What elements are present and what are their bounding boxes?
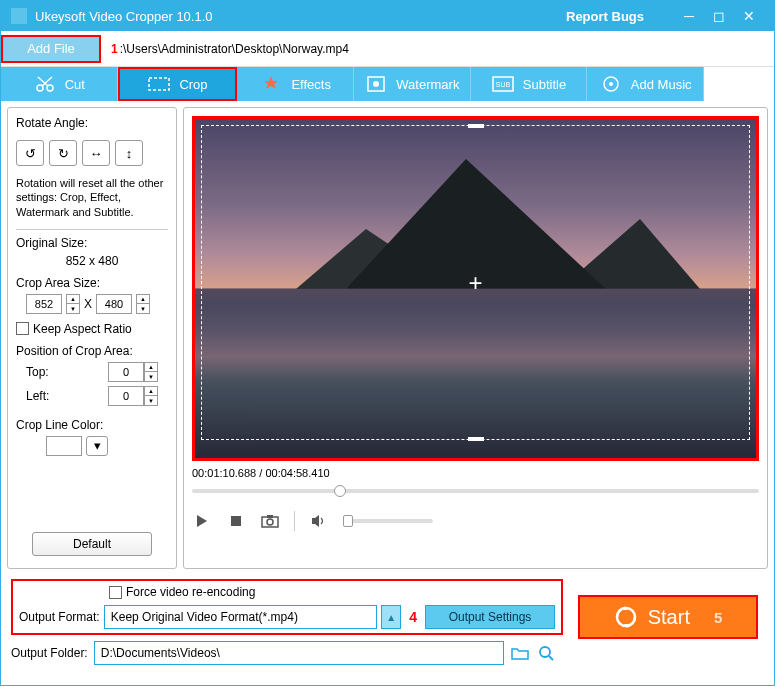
keep-aspect-checkbox[interactable] [16, 322, 29, 335]
playback-time: 00:01:10.688 / 00:04:58.410 [192, 467, 759, 479]
watermark-icon [364, 75, 388, 93]
rotate-cw-button[interactable]: ↻ [49, 140, 77, 166]
output-folder-input[interactable] [94, 641, 504, 665]
svg-rect-15 [267, 515, 273, 518]
video-preview[interactable]: + [192, 116, 759, 461]
left-label: Left: [26, 389, 49, 403]
original-size-value: 852 x 480 [16, 254, 168, 268]
start-icon [614, 605, 638, 629]
svg-rect-4 [149, 78, 169, 90]
report-bugs-link[interactable]: Report Bugs [566, 9, 644, 24]
annotation-4: 4 [409, 609, 417, 625]
crop-height-input[interactable] [96, 294, 132, 314]
snapshot-button[interactable] [260, 511, 280, 531]
volume-thumb[interactable] [343, 515, 353, 527]
svg-text:SUB: SUB [496, 81, 511, 88]
volume-slider[interactable] [343, 519, 433, 523]
svg-rect-12 [231, 516, 241, 526]
crop-position-label: Position of Crop Area: [16, 344, 168, 358]
crop-left-input[interactable] [108, 386, 144, 406]
force-reencode-checkbox[interactable] [109, 586, 122, 599]
output-format-select[interactable]: Keep Original Video Format(*.mp4) [104, 605, 378, 629]
crop-settings-panel: Rotate Angle: ↺ ↻ ↔ ↕ Rotation will rese… [7, 107, 177, 569]
output-format-label: Output Format: [19, 610, 100, 624]
top-label: Top: [26, 365, 49, 379]
annotation-5: 5 [714, 609, 722, 626]
rotate-ccw-button[interactable]: ↺ [16, 140, 44, 166]
annotation-1: 1 [111, 42, 118, 56]
crop-top-spinner[interactable]: ▲▼ [144, 362, 158, 382]
svg-point-14 [267, 519, 273, 525]
crop-width-input[interactable] [26, 294, 62, 314]
tab-cut[interactable]: Cut [1, 67, 118, 101]
svg-marker-11 [197, 515, 207, 527]
tab-effects[interactable]: Effects [237, 67, 354, 101]
crop-line-color-label: Crop Line Color: [16, 418, 168, 432]
minimize-button[interactable]: ─ [674, 8, 704, 24]
crop-handle-bottom[interactable] [468, 437, 484, 441]
play-button[interactable] [192, 511, 212, 531]
flip-vertical-button[interactable]: ↕ [115, 140, 143, 166]
tab-crop[interactable]: Crop [118, 67, 238, 101]
tab-effects-label: Effects [291, 77, 331, 92]
keep-aspect-label: Keep Aspect Ratio [33, 322, 132, 336]
file-path-display: 1 :\Users\Administrator\Desktop\Norway.m… [111, 42, 349, 56]
app-title: Ukeysoft Video Cropper 10.1.0 [35, 9, 566, 24]
svg-point-17 [540, 647, 550, 657]
browse-folder-button[interactable] [510, 643, 530, 663]
crop-center-icon: + [468, 269, 482, 297]
output-section: Force video re-encoding Output Format: K… [11, 579, 563, 635]
seek-thumb[interactable] [334, 485, 346, 497]
file-path-text: :\Users\Administrator\Desktop\Norway.mp4 [120, 42, 349, 56]
output-format-dropdown-button[interactable]: ▲ [381, 605, 401, 629]
crop-handle-top[interactable] [468, 124, 484, 128]
crop-left-spinner[interactable]: ▲▼ [144, 386, 158, 406]
seek-slider[interactable] [192, 485, 759, 497]
crop-width-spinner[interactable]: ▲▼ [66, 294, 80, 314]
tab-subtitle[interactable]: SUB Subtitle [471, 67, 588, 101]
file-toolbar: Add File 1 :\Users\Administrator\Desktop… [1, 31, 774, 67]
svg-marker-16 [312, 515, 319, 527]
crop-line-color-swatch[interactable] [46, 436, 82, 456]
video-preview-panel: + 2 00:01:10.688 / 00:04:58.410 [183, 107, 768, 569]
tab-subtitle-label: Subtitle [523, 77, 566, 92]
crop-height-spinner[interactable]: ▲▼ [136, 294, 150, 314]
tab-add-music[interactable]: Add Music [587, 67, 704, 101]
add-file-button[interactable]: Add File [1, 35, 101, 63]
open-folder-button[interactable] [536, 643, 556, 663]
rotation-note: Rotation will reset all the other settin… [16, 176, 168, 219]
default-button[interactable]: Default [32, 532, 152, 556]
subtitle-icon: SUB [491, 75, 515, 93]
app-icon [11, 8, 27, 24]
output-folder-label: Output Folder: [11, 646, 88, 660]
crop-icon [147, 75, 171, 93]
svg-line-18 [549, 656, 553, 660]
tab-crop-label: Crop [179, 77, 207, 92]
cut-icon [33, 75, 57, 93]
crop-frame-overlay[interactable]: + [201, 125, 750, 440]
tool-tabs: Cut Crop Effects Watermark SUB Subtitle … [1, 67, 774, 101]
tab-watermark-label: Watermark [396, 77, 459, 92]
titlebar: Ukeysoft Video Cropper 10.1.0 Report Bug… [1, 1, 774, 31]
start-label: Start [648, 606, 690, 629]
output-format-value: Keep Original Video Format(*.mp4) [111, 610, 298, 624]
music-icon [599, 75, 623, 93]
volume-icon[interactable] [309, 511, 329, 531]
output-settings-button[interactable]: Output Settings [425, 605, 555, 629]
flip-horizontal-button[interactable]: ↔ [82, 140, 110, 166]
divider [294, 511, 295, 531]
tab-cut-label: Cut [65, 77, 85, 92]
svg-point-10 [609, 82, 613, 86]
start-button[interactable]: Start 5 [578, 595, 758, 639]
maximize-button[interactable]: ◻ [704, 8, 734, 24]
crop-line-color-dropdown[interactable]: ▾ [86, 436, 108, 456]
tab-watermark[interactable]: Watermark [354, 67, 471, 101]
crop-top-input[interactable] [108, 362, 144, 382]
effects-icon [259, 75, 283, 93]
rotate-angle-label: Rotate Angle: [16, 116, 168, 130]
crop-area-size-label: Crop Area Size: [16, 276, 168, 290]
close-button[interactable]: ✕ [734, 8, 764, 24]
stop-button[interactable] [226, 511, 246, 531]
tab-spacer [704, 67, 774, 101]
size-x-separator: X [84, 297, 92, 311]
